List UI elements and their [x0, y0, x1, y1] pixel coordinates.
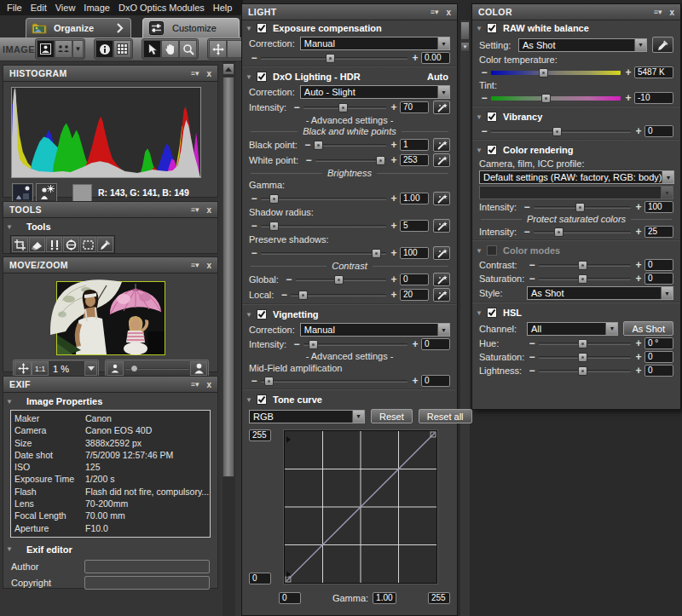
plus-button[interactable]: +	[388, 289, 400, 301]
cursor-tool-button[interactable]	[143, 40, 161, 58]
slider-thumb[interactable]	[309, 340, 318, 349]
menu-image[interactable]: Image	[84, 3, 110, 13]
plus-button[interactable]: +	[633, 337, 644, 349]
slider-thumb[interactable]	[314, 141, 323, 150]
minus-button[interactable]: −	[527, 273, 537, 285]
menu-dxo-optics-modules[interactable]: DxO Optics Modules	[118, 3, 205, 13]
value-field[interactable]: 70	[400, 101, 429, 113]
minus-button[interactable]: −	[249, 52, 259, 64]
correction-select[interactable]: Manual▼	[300, 323, 450, 337]
gamma-value[interactable]: 1.00	[373, 592, 396, 604]
slider-track[interactable]	[261, 225, 386, 227]
value-field[interactable]: 25	[644, 226, 673, 238]
section-checkbox[interactable]	[257, 72, 267, 82]
default-settings-raw-factory-rgb-body-select[interactable]: Default settings (RAW: factory, RGB: bod…	[479, 170, 674, 184]
plus-button[interactable]: +	[388, 139, 400, 151]
collapse-triangle-icon[interactable]: ▼	[246, 25, 257, 32]
minus-button[interactable]: −	[249, 193, 259, 204]
scroll-up-button[interactable]	[223, 63, 234, 75]
minus-button[interactable]: −	[527, 259, 537, 271]
channel-select[interactable]: All▼	[527, 322, 618, 336]
value-field[interactable]: 1	[400, 139, 429, 151]
slider-thumb[interactable]	[269, 222, 279, 231]
minus-button[interactable]: −	[522, 226, 532, 238]
slider-thumb[interactable]	[541, 94, 551, 103]
menu-edit[interactable]: Edit	[31, 3, 47, 13]
section-dxo-lighting-hdr[interactable]: ▼DxO Lighting - HDRAuto	[242, 69, 457, 83]
collapse-triangle-icon[interactable]: ▼	[246, 396, 257, 404]
zoom-dropdown-arrow[interactable]	[84, 361, 97, 376]
panel-menu-icon[interactable]: ≡▾	[654, 8, 662, 16]
value-field[interactable]: 0	[644, 365, 673, 377]
eraser-tool-button[interactable]	[29, 237, 45, 252]
minus-button[interactable]: −	[479, 125, 489, 137]
section-exposure-compensation[interactable]: ▼Exposure compensation	[242, 20, 457, 35]
multi-image-view-button[interactable]	[55, 40, 72, 58]
plus-button[interactable]: +	[409, 375, 421, 387]
minus-button[interactable]: −	[249, 247, 259, 259]
zoom-in-person-icon[interactable]	[190, 361, 207, 376]
correction-select[interactable]: Manual▼	[300, 37, 450, 50]
palette-scrollbar-thumb[interactable]	[460, 21, 470, 40]
section-checkbox[interactable]	[487, 145, 497, 155]
minus-button[interactable]: −	[292, 338, 302, 350]
select-arrow-icon[interactable]: ▼	[662, 171, 673, 183]
plus-button[interactable]: +	[388, 193, 400, 204]
navigator-thumbnail[interactable]	[56, 281, 165, 355]
section-checkbox[interactable]	[257, 309, 267, 320]
slider-thumb[interactable]	[372, 249, 381, 258]
magic-wand-button[interactable]	[433, 273, 450, 286]
plus-button[interactable]: +	[388, 154, 400, 166]
section-color-rendering[interactable]: ▼Color rendering	[472, 142, 680, 157]
collapse-triangle-icon[interactable]: ▼	[246, 73, 257, 81]
minus-button[interactable]: −	[279, 289, 289, 301]
slider-track[interactable]	[261, 57, 407, 60]
minus-button[interactable]: −	[284, 273, 294, 285]
zoom-slider[interactable]	[124, 361, 190, 376]
panel-close-icon[interactable]: x	[206, 69, 211, 78]
palette-scrollbar[interactable]: ▼	[460, 20, 470, 616]
menu-file[interactable]: File	[7, 3, 22, 13]
style-select[interactable]: As Shot▼	[527, 286, 673, 300]
value-field[interactable]: 0 °	[644, 337, 673, 349]
slider-track[interactable]	[534, 206, 631, 209]
select-arrow-icon[interactable]: ▼	[437, 86, 449, 98]
section-raw-white-balance[interactable]: ▼RAW white balance	[472, 20, 680, 35]
plus-button[interactable]: +	[388, 220, 400, 232]
view-mode-dropdown-arrow[interactable]: ▼	[72, 40, 84, 58]
white-balance-tool-button[interactable]	[46, 237, 62, 252]
slider-track[interactable]	[315, 159, 386, 162]
select-select[interactable]: ▼	[479, 186, 673, 199]
setting-select[interactable]: As Shot▼	[518, 38, 647, 52]
magic-wand-button[interactable]	[433, 288, 450, 302]
slider-thumb[interactable]	[326, 54, 335, 63]
author-input[interactable]	[84, 560, 210, 573]
value-field[interactable]: 100	[400, 247, 429, 259]
selection-tool-button[interactable]	[80, 237, 96, 252]
zoom-tool-button[interactable]	[179, 40, 197, 58]
value-field[interactable]: 0	[644, 125, 673, 137]
palette-scroll-down-button[interactable]: ▼	[460, 42, 470, 52]
plus-button[interactable]: +	[633, 201, 644, 213]
minus-button[interactable]: −	[527, 365, 537, 377]
value-field[interactable]: 0	[421, 375, 450, 387]
panel-close-icon[interactable]: x	[446, 8, 451, 17]
plus-button[interactable]: +	[622, 92, 634, 104]
collapse-triangle-icon[interactable]: ▼	[476, 113, 487, 121]
value-field[interactable]: 0	[400, 273, 429, 285]
slider-track[interactable]	[261, 380, 407, 383]
section-hsl[interactable]: ▼HSL	[472, 305, 680, 320]
panel-close-icon[interactable]: x	[206, 380, 211, 389]
slider-thumb[interactable]	[376, 156, 385, 165]
value-field[interactable]: -10	[634, 92, 673, 104]
collapse-triangle-icon[interactable]: ▼	[476, 247, 487, 255]
slider-track[interactable]	[539, 356, 631, 359]
white-balance-picker-button[interactable]	[652, 37, 673, 53]
plus-button[interactable]: +	[633, 365, 644, 377]
slider-track[interactable]	[315, 144, 386, 147]
tone-curve-reset-all-button[interactable]: Reset all	[419, 409, 472, 423]
section-checkbox[interactable]	[487, 308, 497, 318]
magic-wand-button[interactable]	[433, 101, 450, 114]
section-color-modes[interactable]: ▼Color modes	[472, 243, 680, 257]
tone-curve-grid[interactable]	[284, 430, 437, 584]
